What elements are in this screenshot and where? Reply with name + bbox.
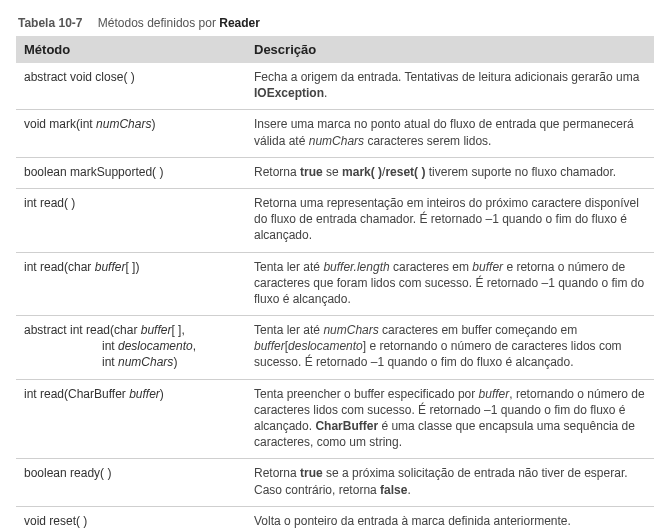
description-cell: Fecha a origem da entrada. Tentativas de…: [246, 63, 654, 110]
table-row: int read(CharBuffer buffer)Tenta preench…: [16, 379, 654, 459]
description-cell: Tenta preencher o buffer especificado po…: [246, 379, 654, 459]
header-method: Método: [16, 36, 246, 63]
caption-text-bold: Reader: [219, 16, 260, 30]
description-cell: Insere uma marca no ponto atual do fluxo…: [246, 110, 654, 157]
header-description: Descrição: [246, 36, 654, 63]
table-row: int read( )Retorna uma representação em …: [16, 188, 654, 252]
table-row: boolean ready( )Retorna true se a próxim…: [16, 459, 654, 506]
method-cell: abstract void close( ): [16, 63, 246, 110]
caption-text-prefix: Métodos definidos por: [98, 16, 219, 30]
table-row: boolean markSupported( )Retorna true se …: [16, 157, 654, 188]
description-cell: Retorna uma representação em inteiros do…: [246, 188, 654, 252]
description-cell: Volta o ponteiro da entrada à marca defi…: [246, 506, 654, 532]
caption-label: Tabela 10-7: [18, 16, 82, 30]
table-row: void mark(int numChars)Insere uma marca …: [16, 110, 654, 157]
method-cell: int read(CharBuffer buffer): [16, 379, 246, 459]
method-cell: int read( ): [16, 188, 246, 252]
method-cell: int read(char buffer[ ]): [16, 252, 246, 316]
description-cell: Retorna true se mark( )/reset( ) tiverem…: [246, 157, 654, 188]
table-row: abstract int read(char buffer[ ],int des…: [16, 316, 654, 380]
table-row: abstract void close( )Fecha a origem da …: [16, 63, 654, 110]
table-row: void reset( )Volta o ponteiro da entrada…: [16, 506, 654, 532]
method-cell: void reset( ): [16, 506, 246, 532]
method-cell: boolean markSupported( ): [16, 157, 246, 188]
method-cell: void mark(int numChars): [16, 110, 246, 157]
description-cell: Tenta ler até buffer.length caracteres e…: [246, 252, 654, 316]
description-cell: Retorna true se a próxima solicitação de…: [246, 459, 654, 506]
method-cell: boolean ready( ): [16, 459, 246, 506]
table-header-row: Método Descrição: [16, 36, 654, 63]
method-cell: abstract int read(char buffer[ ],int des…: [16, 316, 246, 380]
table-caption: Tabela 10-7 Métodos definidos por Reader: [18, 16, 654, 30]
table-row: int read(char buffer[ ])Tenta ler até bu…: [16, 252, 654, 316]
reader-methods-table: Método Descrição abstract void close( )F…: [16, 36, 654, 532]
description-cell: Tenta ler até numChars caracteres em buf…: [246, 316, 654, 380]
